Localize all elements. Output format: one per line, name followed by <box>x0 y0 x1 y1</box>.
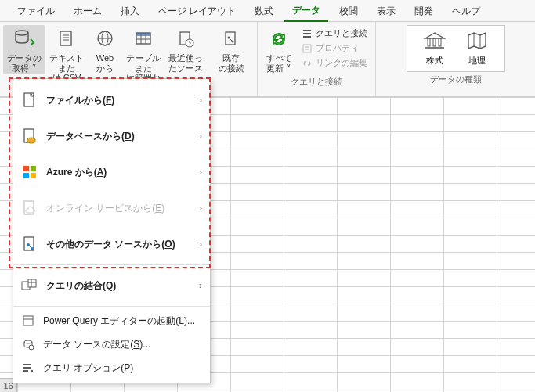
chevron-right-icon: › <box>199 167 202 178</box>
database-import-icon <box>12 27 37 52</box>
svg-rect-21 <box>303 36 311 38</box>
tab-review[interactable]: 校閲 <box>331 1 366 21</box>
refresh-icon <box>266 27 291 52</box>
menu-launch-pq-editor[interactable]: Power Query エディターの起動(L)... <box>13 309 210 333</box>
svg-point-49 <box>24 340 32 343</box>
chevron-right-icon: › <box>199 203 202 214</box>
svg-rect-26 <box>433 38 436 46</box>
tab-formulas[interactable]: 数式 <box>247 1 281 21</box>
svg-rect-25 <box>428 38 430 46</box>
from-web-button[interactable]: Webから <box>88 25 122 74</box>
queries-connections-button[interactable]: クエリと接続 <box>300 27 369 40</box>
tab-help[interactable]: ヘルプ <box>444 1 488 21</box>
menu-from-online-services: オンライン サービスから(E) › <box>13 190 210 226</box>
list-icon <box>302 28 313 39</box>
svg-point-54 <box>31 370 33 372</box>
tab-data[interactable]: データ <box>284 0 328 22</box>
globe-icon <box>92 27 117 52</box>
properties-button[interactable]: プロパティ <box>300 41 369 55</box>
other-sources-icon <box>21 236 38 253</box>
svg-rect-27 <box>439 38 441 46</box>
bank-icon <box>423 31 446 53</box>
menu-from-other-sources[interactable]: その他のデータ ソースから(O) › <box>13 226 210 262</box>
tab-insert[interactable]: 挿入 <box>113 1 147 21</box>
svg-line-18 <box>229 38 233 41</box>
svg-rect-35 <box>31 166 36 171</box>
svg-rect-20 <box>303 33 311 34</box>
link-icon <box>302 58 313 69</box>
svg-rect-9 <box>136 33 150 36</box>
svg-point-0 <box>16 31 28 35</box>
combine-tables-icon <box>21 277 38 294</box>
tab-pagelayout[interactable]: ページ レイアウト <box>150 1 244 21</box>
pq-editor-icon <box>21 314 35 328</box>
menu-from-azure[interactable]: Azure から(A) › <box>13 154 210 190</box>
menu-separator <box>13 264 210 265</box>
text-file-icon <box>54 27 79 52</box>
ribbon-tabs: ファイル ホーム 挿入 ページ レイアウト 数式 データ 校閲 表示 開発 ヘル… <box>0 0 535 22</box>
connections-file-icon <box>219 27 244 52</box>
svg-point-50 <box>29 345 34 350</box>
svg-rect-22 <box>303 45 311 52</box>
tab-file[interactable]: ファイル <box>9 1 63 21</box>
options-icon <box>21 361 35 375</box>
get-data-button[interactable]: データの取得 ˅ <box>3 25 45 74</box>
chevron-right-icon: › <box>199 95 202 106</box>
edit-links-button[interactable]: リンクの編集 <box>300 56 369 70</box>
recent-file-icon <box>173 27 198 52</box>
svg-rect-47 <box>23 316 33 325</box>
menu-combine-queries[interactable]: クエリの結合(Q) › <box>13 268 210 304</box>
chevron-right-icon: › <box>199 131 202 142</box>
geography-button[interactable]: 地理 <box>465 31 489 67</box>
properties-icon <box>302 43 313 54</box>
chevron-right-icon: › <box>199 239 202 250</box>
menu-query-options[interactable]: クエリ オプション(P) <box>13 356 210 379</box>
svg-rect-53 <box>23 370 28 372</box>
refresh-all-button[interactable]: すべて更新 ˅ <box>261 25 297 74</box>
group-label-datatypes: データの種類 <box>430 72 482 85</box>
menu-from-database[interactable]: データベースから(D) › <box>13 118 210 154</box>
table-icon <box>131 27 156 52</box>
chevron-right-icon: › <box>199 280 202 291</box>
group-queries-connections: すべて更新 ˅ クエリと接続 プロパティ リンクの編集 クエリと接続 <box>258 22 376 96</box>
tab-view[interactable]: 表示 <box>369 1 403 21</box>
menu-from-file[interactable]: ファイルから(F) › <box>13 82 210 118</box>
group-label-queries: クエリと接続 <box>291 74 342 88</box>
svg-rect-15 <box>226 32 235 45</box>
svg-rect-19 <box>303 30 311 31</box>
file-icon <box>21 92 38 109</box>
svg-rect-51 <box>23 364 31 365</box>
svg-rect-34 <box>23 166 29 171</box>
svg-rect-52 <box>23 367 31 369</box>
existing-connections-button[interactable]: 既存の接続 <box>213 25 249 74</box>
svg-rect-1 <box>60 31 71 45</box>
datasource-settings-icon <box>21 337 35 351</box>
stocks-button[interactable]: 株式 <box>423 31 446 67</box>
get-data-menu: ファイルから(F) › データベースから(D) › Azure から(A) › … <box>13 78 211 383</box>
cloud-file-icon <box>21 200 38 217</box>
svg-rect-37 <box>31 173 36 178</box>
menu-data-source-settings[interactable]: データ ソースの設定(S)... <box>13 333 210 356</box>
svg-rect-44 <box>28 279 36 287</box>
tab-home[interactable]: ホーム <box>66 1 110 21</box>
group-existing-conn: 既存の接続 <box>210 22 258 96</box>
menu-separator <box>13 306 210 307</box>
tab-developer[interactable]: 開発 <box>407 1 441 21</box>
map-icon <box>465 31 489 53</box>
azure-icon <box>21 164 38 181</box>
svg-rect-36 <box>23 173 29 178</box>
svg-line-42 <box>28 245 32 249</box>
group-data-types: 株式 地理 データの種類 <box>376 22 535 96</box>
recent-sources-button[interactable]: 最近使ったソース <box>164 25 207 74</box>
database-file-icon <box>21 128 38 145</box>
